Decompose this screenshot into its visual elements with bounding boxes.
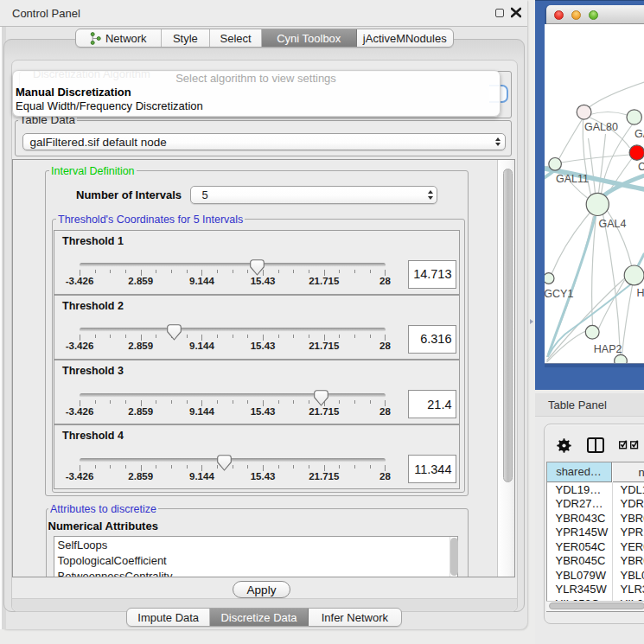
svg-text:HAP2: HAP2	[593, 343, 622, 355]
svg-text:GAL80: GAL80	[584, 121, 618, 133]
svg-text:GCY1: GCY1	[545, 288, 573, 300]
svg-text:CY: CY	[638, 161, 644, 173]
svg-text:GAL11: GAL11	[556, 173, 589, 185]
svg-text:GAL1: GAL1	[634, 128, 644, 140]
svg-text:GAL4: GAL4	[598, 218, 626, 230]
svg-text:HIS4: HIS4	[636, 287, 644, 299]
